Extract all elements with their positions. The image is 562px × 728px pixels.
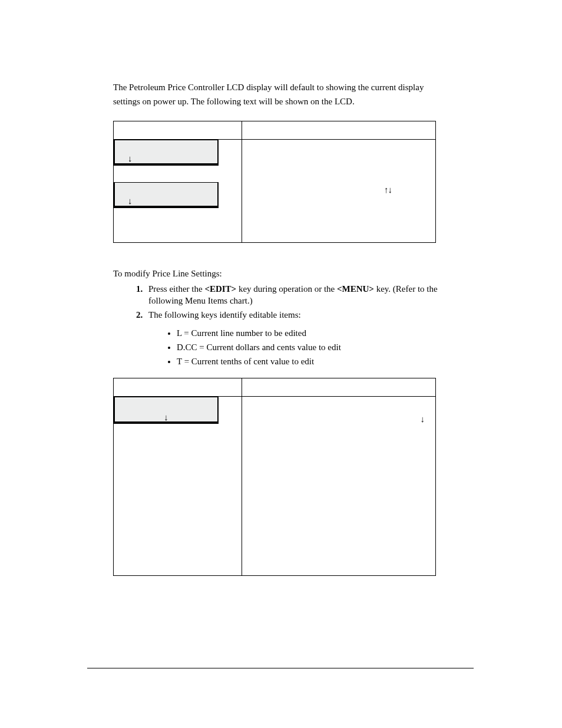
- sub-item-DCC: D.CC = Current dollars and cents value t…: [177, 341, 474, 353]
- t1-header-left: [114, 121, 242, 139]
- t2-body-right: ↓: [242, 397, 436, 576]
- up-down-arrow-icon: ↑↓: [384, 185, 392, 194]
- down-arrow-icon: ↓: [128, 197, 133, 206]
- lcd-box-1: ↓: [114, 140, 219, 166]
- menu-key-label: <MENU>: [337, 284, 374, 294]
- steps-list: Press either the <EDIT> key during opera…: [113, 283, 474, 368]
- down-arrow-icon: ↓: [128, 154, 133, 163]
- modify-lead: To modify Price Line Settings:: [113, 268, 474, 279]
- t1-body-right: ↑↓: [242, 139, 436, 242]
- sub-item-T: T = Current tenths of cent value to edit: [177, 355, 474, 367]
- t1-header-right: [242, 121, 436, 139]
- intro-line-1: The Petroleum Price Controller LCD displ…: [113, 81, 474, 93]
- step2-text: The following keys identify editable ite…: [148, 310, 301, 319]
- edit-key-label: <EDIT>: [204, 284, 236, 294]
- step1-text-c: key. (Refer to the: [374, 284, 438, 294]
- intro-line-2: settings on power up. The following text…: [113, 95, 474, 107]
- step1-text-d: following Menu Items chart.): [148, 296, 253, 305]
- t1-body-left: ↓ ↓: [114, 139, 242, 242]
- t2-body-left: ↓: [114, 397, 242, 576]
- footer-rule: [87, 668, 474, 668]
- down-arrow-icon: ↓: [164, 413, 168, 422]
- content-column: The Petroleum Price Controller LCD displ…: [113, 81, 474, 576]
- t2-header-right: [242, 378, 436, 397]
- lcd-box-3: ↓: [114, 397, 219, 424]
- step1-text-b: key during operation or the: [236, 284, 337, 294]
- page: The Petroleum Price Controller LCD displ…: [0, 0, 562, 728]
- step2-sublist: L = Current line number to be edited D.C…: [148, 327, 474, 368]
- t1-right-content: ↑↓: [242, 183, 407, 195]
- t2-header-left: [114, 378, 242, 397]
- lcd-table-2: ↓ ↓: [113, 378, 436, 576]
- lcd-table-1: ↓ ↓ ↑↓: [113, 121, 436, 243]
- step-1: Press either the <EDIT> key during opera…: [145, 283, 474, 307]
- sub-item-L: L = Current line number to be edited: [177, 327, 474, 339]
- down-arrow-icon: ↓: [421, 413, 425, 425]
- lcd-box-2: ↓: [114, 182, 219, 208]
- step1-text-a: Press either the: [148, 284, 204, 294]
- step-2: The following keys identify editable ite…: [145, 309, 474, 367]
